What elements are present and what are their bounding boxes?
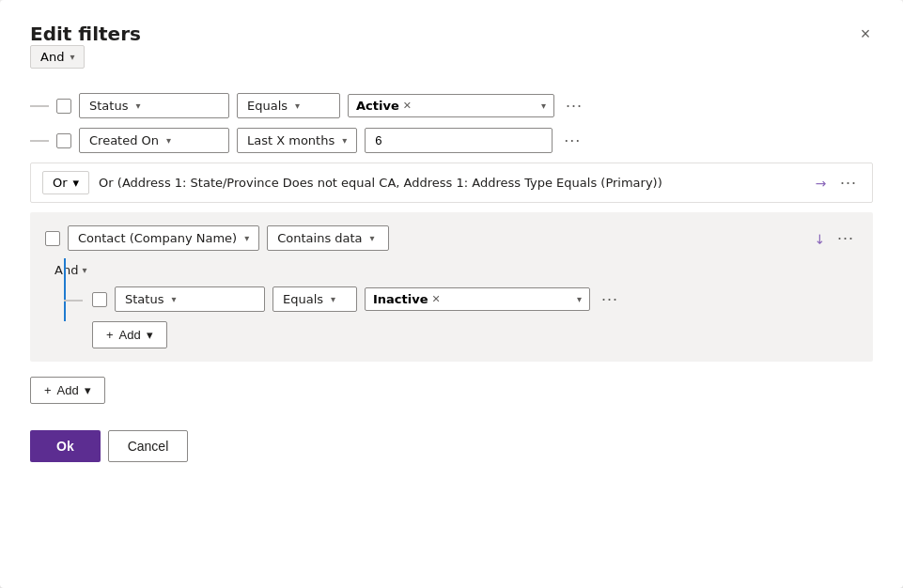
- row1-operator-select[interactable]: Equals ▾: [237, 93, 340, 118]
- row2-field-chevron: ▾: [166, 135, 171, 146]
- row2-operator-select[interactable]: Last X months ▾: [237, 128, 357, 153]
- inner-value-text: Inactive: [373, 292, 428, 306]
- row1-operator-label: Equals: [247, 99, 288, 113]
- nested-operator-chevron: ▾: [370, 233, 375, 243]
- nested-filter-row: Status ▾ Equals ▾ Inactive ✕ ▾ ···: [45, 286, 858, 312]
- nested-add-plus: +: [106, 328, 114, 342]
- inner-value-chevron: ▾: [577, 294, 582, 304]
- inner-field-select[interactable]: Status ▾: [115, 286, 265, 312]
- inner-field-chevron: ▾: [171, 294, 176, 304]
- bottom-add-chevron: ▾: [85, 383, 91, 397]
- or-badge-label: Or: [53, 176, 68, 190]
- nested-operator-select[interactable]: Contains data ▾: [267, 225, 389, 251]
- row1-operator-chevron: ▾: [295, 101, 300, 111]
- collapse-icon[interactable]: ↙: [811, 229, 830, 248]
- nested-vert-line: [64, 258, 66, 321]
- or-group-more-btn[interactable]: ···: [836, 171, 861, 194]
- dialog-title: Edit filters: [30, 23, 141, 45]
- nested-add-chevron: ▾: [147, 328, 153, 342]
- or-badge[interactable]: Or ▾: [42, 171, 89, 194]
- filter-row-createdon: Created On ▾ Last X months ▾ ···: [30, 128, 873, 153]
- nested-group: Contact (Company Name) ▾ Contains data ▾…: [30, 212, 873, 362]
- or-group-text: Or (Address 1: State/Province Does not e…: [99, 176, 806, 190]
- nested-operator-label: Contains data: [277, 231, 362, 245]
- expand-icon[interactable]: ↗: [812, 174, 831, 193]
- row2-more-btn[interactable]: ···: [560, 129, 584, 152]
- inner-more-btn[interactable]: ···: [598, 287, 622, 311]
- inner-field-label: Status: [125, 292, 163, 306]
- nested-header-checkbox[interactable]: [45, 231, 60, 246]
- ok-button[interactable]: Ok: [30, 430, 101, 462]
- row1-field-select[interactable]: Status ▾: [79, 93, 229, 118]
- or-badge-chevron: ▾: [73, 176, 80, 190]
- bottom-add-label: Add: [57, 383, 79, 397]
- inner-value-tag: Inactive ✕: [373, 292, 441, 306]
- nested-and-chevron: ▾: [82, 265, 86, 275]
- nested-header-more-btn[interactable]: ···: [833, 226, 858, 250]
- close-button[interactable]: ×: [850, 19, 880, 49]
- inner-operator-chevron: ▾: [331, 294, 335, 304]
- nested-and-label: And: [54, 263, 78, 277]
- nested-field-select[interactable]: Contact (Company Name) ▾: [68, 225, 259, 251]
- row2-operator-chevron: ▾: [342, 135, 347, 146]
- edit-filters-dialog: Edit filters × And ▾ Status ▾ Equals ▾ A…: [0, 0, 903, 588]
- nested-and-container: And ▾: [54, 262, 858, 277]
- row1-value-text: Active: [356, 99, 399, 113]
- inner-row-checkbox[interactable]: [92, 292, 107, 307]
- nested-group-header: Contact (Company Name) ▾ Contains data ▾…: [45, 225, 858, 251]
- top-and-operator[interactable]: And ▾: [30, 45, 85, 69]
- row2-operator-label: Last X months: [247, 133, 335, 147]
- nested-add-label: Add: [119, 328, 141, 342]
- row1-field-chevron: ▾: [135, 101, 140, 111]
- bottom-add-plus: +: [44, 383, 52, 397]
- inner-value-remove[interactable]: ✕: [432, 293, 441, 305]
- top-and-chevron: ▾: [70, 52, 74, 62]
- nested-field-chevron: ▾: [244, 233, 249, 243]
- row1-value-chevron: ▾: [541, 101, 546, 111]
- row2-checkbox[interactable]: [56, 133, 71, 148]
- inner-value-container[interactable]: Inactive ✕ ▾: [365, 287, 590, 311]
- row1-value-remove[interactable]: ✕: [403, 100, 412, 112]
- row2-field-label: Created On: [89, 133, 159, 147]
- nested-field-label: Contact (Company Name): [78, 231, 237, 245]
- row1-value-container[interactable]: Active ✕ ▾: [348, 94, 554, 117]
- bottom-add-button[interactable]: + Add ▾: [30, 377, 105, 404]
- inner-operator-select[interactable]: Equals ▾: [272, 286, 357, 312]
- row1-value-tag: Active ✕: [356, 99, 412, 113]
- or-group-row: Or ▾ Or (Address 1: State/Province Does …: [30, 162, 873, 203]
- nested-horiz-line: [64, 300, 83, 302]
- nested-add-button[interactable]: + Add ▾: [92, 321, 167, 348]
- row1-checkbox[interactable]: [56, 99, 71, 114]
- cancel-button[interactable]: Cancel: [108, 430, 189, 462]
- connector-1: [30, 105, 49, 107]
- bottom-add-container: + Add ▾: [30, 377, 873, 404]
- connector-2: [30, 140, 49, 142]
- inner-operator-label: Equals: [283, 292, 323, 306]
- nested-add-container: + Add ▾: [92, 321, 858, 348]
- top-and-label: And: [40, 50, 64, 64]
- row2-field-select[interactable]: Created On ▾: [79, 128, 229, 153]
- row1-more-btn[interactable]: ···: [562, 94, 586, 117]
- dialog-footer: Ok Cancel: [30, 430, 873, 462]
- row1-field-label: Status: [89, 99, 128, 113]
- nested-and-badge[interactable]: And ▾: [54, 263, 86, 277]
- filter-row-status: Status ▾ Equals ▾ Active ✕ ▾ ···: [30, 93, 873, 118]
- row2-value-input[interactable]: [365, 128, 553, 153]
